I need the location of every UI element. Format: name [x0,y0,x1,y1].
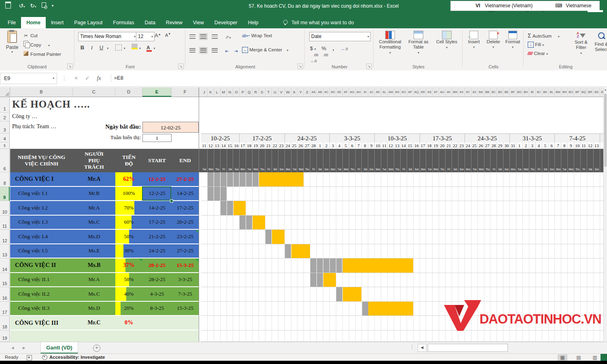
currency-icon[interactable]: $ ▾ [310,45,316,51]
macro-record-icon[interactable] [27,355,32,360]
font-size-combo[interactable]: 12▾ [136,32,155,41]
row-header-9[interactable]: 9 [0,187,10,201]
number-format-combo[interactable]: Date▾ [309,32,371,41]
gantt-bar-remaining[interactable] [368,302,413,316]
gantt-grid[interactable] [201,172,603,342]
column-header-AK[interactable]: AK [375,87,381,97]
column-header-BD[interactable]: BD [497,87,503,97]
gantt-bar-remaining[interactable] [259,172,304,186]
task-name-cell[interactable]: Công việc II.1 [18,273,50,287]
start-date-cell[interactable]: 12-02-25 [142,122,199,133]
selected-cell-outline[interactable] [142,186,171,201]
decrease-indent-icon[interactable]: ⇤ [225,49,229,53]
task-progress-cell[interactable]: 100% [115,187,142,201]
task-start-cell[interactable]: 17-2-25 [142,216,172,229]
column-header-BH[interactable]: BH [523,87,529,97]
column-header-AF[interactable]: AF [343,87,349,97]
task-start-cell[interactable]: 4-3-25 [142,287,172,301]
align-left-icon[interactable] [189,48,195,53]
gantt-bar-complete[interactable] [310,258,343,273]
column-header-BC[interactable]: BC [491,87,497,97]
row-header-6[interactable]: 6 [0,149,10,172]
format-cells-button[interactable]: Format▾ [503,31,522,49]
column-header-BF[interactable]: BF [510,87,516,97]
gantt-bar-complete[interactable] [265,230,272,244]
column-header-AH[interactable]: AH [356,87,362,97]
gantt-bar-complete[interactable] [240,216,253,230]
column-header-BG[interactable]: BG [516,87,523,97]
grow-font-button[interactable]: A▲ [155,32,161,38]
column-header-L[interactable]: L [214,87,221,97]
column-header-E[interactable]: E [142,87,172,97]
column-header-AE[interactable]: AE [336,87,343,97]
increase-indent-icon[interactable]: ⇥ [234,49,238,53]
increase-decimal-icon[interactable]: ←.0.00 [310,47,348,57]
tab-nav-right-icon[interactable]: ▸ [23,345,25,351]
column-header-Z[interactable]: Z [304,87,310,97]
borders-icon[interactable] [115,44,122,51]
column-header-BT[interactable]: BT [600,87,603,97]
ribbon-tab-review[interactable]: Review [161,17,188,28]
task-person-cell[interactable]: Ms.E [73,244,115,258]
task-name-cell[interactable]: Công việc II.3 [18,302,50,315]
fill-color-dropdown[interactable]: ▾ [139,47,141,50]
task-start-cell[interactable]: 21-2-25 [142,230,172,243]
row-header-5[interactable]: 5 [0,142,10,149]
task-progress-cell[interactable]: 0% [115,316,142,330]
column-header-AQ[interactable]: AQ [414,87,420,97]
name-box-dropdown[interactable]: ▾ [53,73,54,84]
column-header-X[interactable]: X [291,87,298,97]
task-start-cell[interactable]: 8-3-25 [142,302,172,315]
borders-dropdown[interactable]: ▾ [124,47,125,50]
row-header-15[interactable]: 15 [0,273,10,288]
row-header-19[interactable]: 19 [0,330,10,342]
column-header-AA[interactable]: AA [310,87,317,97]
gantt-bar-complete[interactable] [310,273,323,287]
redo-icon[interactable]: ↻▾ [29,2,37,10]
column-header-T[interactable]: T [265,87,272,97]
vertical-scrollbar[interactable]: ▲ [603,87,607,342]
paste-button[interactable]: Paste ▾ [3,31,21,54]
column-header-AB[interactable]: AB [317,87,323,97]
new-sheet-button[interactable]: + [93,345,100,352]
undo-icon[interactable]: ↺▾ [18,2,26,10]
column-header-AV[interactable]: AV [446,87,452,97]
task-end-cell[interactable]: 14-2-25 [172,187,199,201]
task-row-8[interactable]: CÔNG VIỆC IMr.A62%12-2-2527-2-25 [10,172,199,187]
task-progress-cell[interactable]: 30% [115,244,142,258]
row-header-16[interactable]: 16 [0,287,10,302]
cell-styles-button[interactable]: Cell Styles▾ [434,31,460,50]
row-header-8[interactable]: 8 [0,172,10,187]
column-header-U[interactable]: U [272,87,278,97]
task-row-14[interactable]: CÔNG VIỆC IIMs.B37%28-2-2515-3-25 [10,258,199,273]
task-person-cell[interactable]: Mr.A [73,273,115,287]
task-name-cell[interactable]: Công việc I.2 [18,201,48,215]
gantt-bar-remaining[interactable] [323,273,336,287]
week-shown-cell[interactable]: 1 [142,134,172,142]
top-align-icon[interactable] [189,34,195,39]
column-header-AY[interactable]: AY [465,87,471,97]
ribbon-tab-file[interactable]: File [2,17,21,28]
column-header-AU[interactable]: AU [439,87,446,97]
row-header-2[interactable]: 2 [0,112,10,121]
task-name-cell[interactable]: Công việc I.5 [18,244,48,258]
column-header-AG[interactable]: AG [349,87,356,97]
copy-button[interactable]: Copy ▾ [23,41,50,49]
task-row-15[interactable]: Công việc II.1Mr.A50%28-2-253-3-25 [10,273,199,288]
hscroll-dots-icon[interactable]: ⋮ [410,344,415,350]
column-header-AZ[interactable]: AZ [471,87,478,97]
format-painter-button[interactable]: Format Painter [23,50,61,58]
column-header-V[interactable]: V [278,87,285,97]
task-name-cell[interactable]: Công việc I.1 [18,187,48,201]
page-layout-view-icon[interactable]: ▤ [574,354,584,361]
gantt-bar-complete[interactable] [208,172,259,186]
select-all-corner[interactable] [0,87,10,97]
save-icon[interactable] [5,2,11,10]
column-header-AW[interactable]: AW [452,87,458,97]
tell-me-box[interactable]: Tell me what you want to do [283,17,354,28]
task-start-cell[interactable]: 24-2-25 [142,244,172,258]
task-start-cell[interactable]: 12-2-25 [142,172,172,186]
number-dialog-launcher[interactable]: ↘ [366,63,372,69]
task-row-16[interactable]: Công việc II.2Ms.C40%4-3-257-3-25 [10,287,199,302]
bold-button[interactable]: B [79,44,86,51]
